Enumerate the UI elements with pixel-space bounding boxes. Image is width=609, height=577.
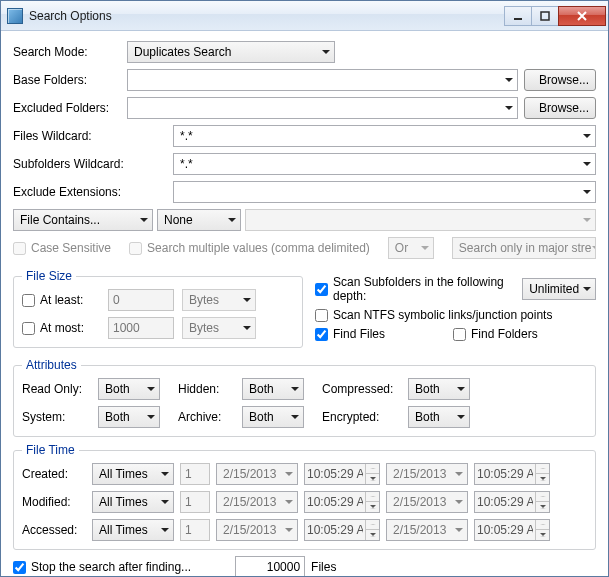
at-most-unit[interactable]: Bytes — [182, 317, 256, 339]
file-size-group: File Size At least: 0 Bytes At most: 100… — [13, 269, 303, 348]
at-most-checkbox[interactable]: At most: — [22, 321, 100, 335]
stop-count-input[interactable] — [235, 556, 305, 577]
or-and-select: Or — [388, 237, 434, 259]
accessed-date-to[interactable]: 2/15/2013 — [386, 519, 468, 541]
browse-base-button[interactable]: Browse... — [524, 69, 596, 91]
chevron-down-icon — [455, 500, 463, 504]
modified-label: Modified: — [22, 495, 86, 509]
hidden-label: Hidden: — [178, 382, 236, 396]
close-button[interactable] — [558, 6, 606, 26]
chevron-down-icon — [457, 415, 465, 419]
depth-select[interactable]: Unlimited — [522, 278, 596, 300]
exclude-ext-input[interactable] — [173, 181, 596, 203]
created-date-to[interactable]: 2/15/2013 — [386, 463, 468, 485]
chevron-down-icon — [140, 218, 148, 222]
chevron-down-icon — [583, 162, 591, 166]
chevron-down-icon — [147, 415, 155, 419]
chevron-down-icon — [505, 78, 513, 82]
file-contains-select[interactable]: File Contains... — [13, 209, 153, 231]
encrypted-label: Encrypted: — [322, 410, 402, 424]
chevron-down-icon — [285, 500, 293, 504]
accessed-time-to[interactable] — [474, 519, 550, 541]
search-mode-select[interactable]: Duplicates Search — [127, 41, 335, 63]
excluded-folders-label: Excluded Folders: — [13, 101, 121, 115]
created-label: Created: — [22, 467, 86, 481]
modified-date-to[interactable]: 2/15/2013 — [386, 491, 468, 513]
app-icon — [7, 8, 23, 24]
find-files-checkbox[interactable]: Find Files — [315, 327, 445, 341]
files-wildcard-label: Files Wildcard: — [13, 129, 167, 143]
find-folders-checkbox[interactable]: Find Folders — [453, 327, 538, 341]
stop-after-checkbox[interactable]: Stop the search after finding... — [13, 560, 191, 574]
major-streams-select: Search only in major stre — [452, 237, 596, 259]
accessed-count[interactable]: 1 — [180, 519, 210, 541]
excluded-folders-input[interactable] — [127, 97, 518, 119]
created-time-from[interactable] — [304, 463, 380, 485]
files-label: Files — [311, 560, 336, 574]
chevron-down-icon — [421, 246, 429, 250]
files-wildcard-input[interactable]: *.* — [173, 125, 596, 147]
at-most-value[interactable]: 1000 — [108, 317, 174, 339]
modified-date-from[interactable]: 2/15/2013 — [216, 491, 298, 513]
svg-rect-0 — [514, 18, 522, 20]
chevron-down-icon — [161, 528, 169, 532]
hidden-select[interactable]: Both — [242, 378, 304, 400]
accessed-label: Accessed: — [22, 523, 86, 537]
accessed-date-from[interactable]: 2/15/2013 — [216, 519, 298, 541]
modified-time-from[interactable] — [304, 491, 380, 513]
maximize-button[interactable] — [531, 6, 559, 26]
content-value-input[interactable] — [245, 209, 596, 231]
chevron-down-icon — [243, 298, 251, 302]
chevron-down-icon — [291, 387, 299, 391]
file-time-group: File Time Created: All Times 1 2/15/2013… — [13, 443, 596, 550]
created-time-to[interactable] — [474, 463, 550, 485]
archive-select[interactable]: Both — [242, 406, 304, 428]
chevron-down-icon — [592, 246, 596, 250]
at-least-checkbox[interactable]: At least: — [22, 293, 100, 307]
minimize-button[interactable] — [504, 6, 532, 26]
titlebar[interactable]: Search Options — [1, 1, 608, 31]
scan-ntfs-checkbox[interactable]: Scan NTFS symbolic links/junction points — [315, 308, 552, 322]
base-folders-input[interactable] — [127, 69, 518, 91]
system-select[interactable]: Both — [98, 406, 160, 428]
modified-time-to[interactable] — [474, 491, 550, 513]
attributes-group: Attributes Read Only: Both Hidden: Both … — [13, 358, 596, 437]
chevron-down-icon — [285, 528, 293, 532]
chevron-down-icon — [583, 134, 591, 138]
modified-range-select[interactable]: All Times — [92, 491, 174, 513]
modified-count[interactable]: 1 — [180, 491, 210, 513]
compressed-label: Compressed: — [322, 382, 402, 396]
created-count[interactable]: 1 — [180, 463, 210, 485]
browse-excluded-button[interactable]: Browse... — [524, 97, 596, 119]
multi-values-checkbox: Search multiple values (comma delimited) — [129, 241, 370, 255]
system-label: System: — [22, 410, 92, 424]
chevron-down-icon — [285, 472, 293, 476]
chevron-down-icon — [455, 472, 463, 476]
attributes-legend: Attributes — [22, 358, 81, 372]
chevron-down-icon — [291, 415, 299, 419]
case-sensitive-checkbox: Case Sensitive — [13, 241, 111, 255]
file-size-legend: File Size — [22, 269, 76, 283]
exclude-ext-label: Exclude Extensions: — [13, 185, 167, 199]
chevron-down-icon — [457, 387, 465, 391]
content-match-select[interactable]: None — [157, 209, 241, 231]
svg-rect-1 — [541, 12, 549, 20]
at-least-unit[interactable]: Bytes — [182, 289, 256, 311]
compressed-select[interactable]: Both — [408, 378, 470, 400]
encrypted-select[interactable]: Both — [408, 406, 470, 428]
read-only-label: Read Only: — [22, 382, 92, 396]
scan-subfolders-checkbox[interactable]: Scan Subfolders in the following depth: — [315, 275, 514, 303]
chevron-down-icon — [147, 387, 155, 391]
chevron-down-icon — [455, 528, 463, 532]
at-least-value[interactable]: 0 — [108, 289, 174, 311]
chevron-down-icon — [583, 218, 591, 222]
chevron-down-icon — [243, 326, 251, 330]
created-date-from[interactable]: 2/15/2013 — [216, 463, 298, 485]
read-only-select[interactable]: Both — [98, 378, 160, 400]
accessed-range-select[interactable]: All Times — [92, 519, 174, 541]
subfolders-wildcard-input[interactable]: *.* — [173, 153, 596, 175]
created-range-select[interactable]: All Times — [92, 463, 174, 485]
chevron-down-icon — [228, 218, 236, 222]
accessed-time-from[interactable] — [304, 519, 380, 541]
chevron-down-icon — [161, 472, 169, 476]
